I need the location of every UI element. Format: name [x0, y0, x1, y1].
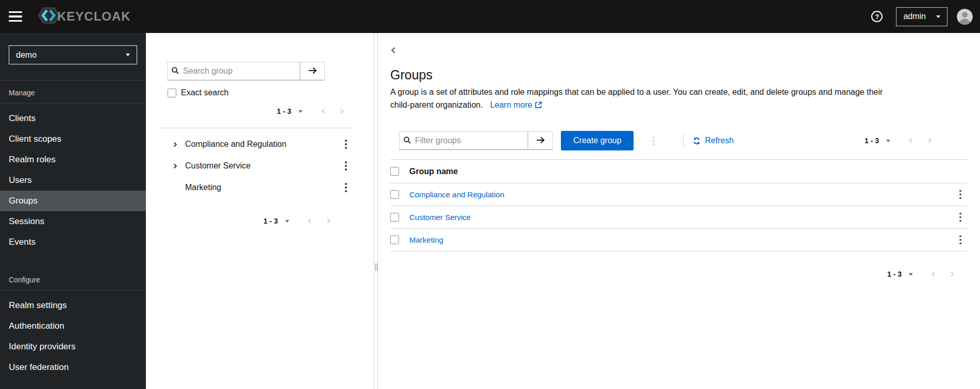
groups-main-panel: Groups A group is a set of attributes an… [378, 33, 980, 389]
expand-toggle-button[interactable] [169, 160, 181, 172]
filter-groups-group [399, 131, 553, 150]
search-icon [172, 67, 179, 76]
masthead: KEYCLOAK ? admin [0, 0, 980, 33]
kebab-menu-icon[interactable] [339, 137, 353, 151]
table-pagination-bottom: 1 - 3 [390, 270, 961, 278]
tree-item-label[interactable]: Marketing [185, 183, 221, 192]
keycloak-logo[interactable]: KEYCLOAK [37, 4, 131, 29]
row-checkbox[interactable] [390, 235, 399, 244]
filter-groups-submit-button[interactable] [528, 131, 553, 150]
group-tree-list: Compliance and Regulation Customer Servi… [158, 128, 353, 198]
sidebar-item-identity-providers[interactable]: Identity providers [0, 336, 146, 357]
expand-toggle-button[interactable] [169, 138, 181, 150]
sidebar-nav: demo Manage Clients Client scopes Realm … [0, 33, 146, 389]
tree-item-label[interactable]: Customer Service [185, 161, 251, 171]
arrow-right-icon [536, 137, 545, 145]
tree-row: Customer Service [158, 155, 353, 177]
table-row: Customer Service [390, 206, 968, 229]
page-description: A group is a set of attributes and role … [390, 86, 968, 111]
realm-selector[interactable]: demo [9, 45, 137, 64]
table-header-row: Group name [390, 160, 968, 183]
hamburger-icon[interactable] [9, 11, 22, 22]
caret-down-icon [909, 273, 913, 276]
group-link[interactable]: Compliance and Regulation [409, 190, 504, 199]
prev-page-button[interactable] [314, 108, 333, 114]
exact-search-label: Exact search [181, 88, 228, 97]
select-all-checkbox[interactable] [390, 167, 399, 176]
prev-page-button[interactable] [301, 218, 319, 224]
row-kebab-icon[interactable] [953, 210, 968, 225]
refresh-button[interactable]: Refresh [693, 136, 734, 145]
kebab-menu-icon[interactable] [339, 180, 353, 195]
pagination-range-dropdown[interactable]: 1 - 3 [887, 270, 913, 278]
realm-selector-block: demo [0, 33, 146, 64]
angle-right-icon [949, 271, 955, 277]
groups-table: Group name Compliance and Regulation Cus… [390, 159, 968, 251]
search-group-input[interactable] [167, 62, 300, 80]
create-group-button[interactable]: Create group [561, 131, 634, 150]
caret-down-icon [886, 140, 890, 142]
group-link[interactable]: Marketing [409, 235, 443, 244]
collapse-panel-button[interactable] [390, 47, 397, 55]
next-page-button[interactable] [333, 108, 351, 114]
angle-right-icon [325, 218, 331, 224]
search-group-submit-button[interactable] [300, 62, 325, 80]
table-row: Marketing [390, 229, 968, 251]
sidebar-item-clients[interactable]: Clients [0, 108, 146, 129]
sidebar-item-user-federation[interactable]: User federation [0, 357, 146, 378]
realm-selector-value: demo [16, 50, 37, 60]
pagination-range-label: 1 - 3 [277, 107, 291, 115]
group-search-group [167, 62, 325, 80]
next-page-button[interactable] [319, 218, 338, 224]
exact-search-checkbox[interactable] [168, 89, 176, 97]
user-menu-dropdown[interactable]: admin [896, 7, 948, 26]
sidebar-item-events[interactable]: Events [0, 232, 146, 252]
groups-toolbar: Create group Refresh 1 - 3 [390, 131, 968, 150]
angle-left-icon [307, 218, 313, 224]
sidebar-item-authentication[interactable]: Authentication [0, 316, 146, 336]
next-page-button[interactable] [920, 138, 939, 144]
pagination-range-dropdown[interactable]: 1 - 3 [263, 217, 289, 225]
angle-left-icon [320, 108, 326, 114]
panel-splitter[interactable] [374, 33, 378, 389]
kebab-menu-icon[interactable] [339, 159, 353, 173]
angle-right-icon [926, 138, 933, 144]
table-pagination-top: 1 - 3 [865, 137, 939, 145]
sidebar-item-users[interactable]: Users [0, 170, 146, 191]
angle-left-icon [908, 138, 914, 144]
group-link[interactable]: Customer Service [409, 213, 471, 222]
sidebar-item-client-scopes[interactable]: Client scopes [0, 129, 146, 149]
exact-search-row: Exact search [168, 88, 353, 97]
sidebar-item-sessions[interactable]: Sessions [0, 211, 146, 232]
learn-more-label: Learn more [490, 100, 533, 109]
pagination-range-dropdown[interactable]: 1 - 3 [865, 137, 890, 145]
row-checkbox[interactable] [390, 190, 399, 199]
angle-right-icon [172, 163, 178, 169]
sidebar-item-groups[interactable]: Groups [0, 191, 146, 211]
masthead-actions: ? admin [871, 7, 973, 26]
arrow-right-icon [308, 67, 317, 76]
learn-more-link[interactable]: Learn more [490, 100, 542, 109]
row-kebab-icon[interactable] [953, 233, 968, 247]
caret-down-icon [936, 15, 940, 18]
splitter-grip-icon [375, 263, 378, 271]
toolbar-kebab-icon[interactable] [646, 133, 660, 148]
nav-gap [0, 252, 146, 268]
toolbar-separator [683, 134, 684, 147]
pagination-range-dropdown[interactable]: 1 - 3 [277, 107, 303, 115]
filter-groups-input[interactable] [399, 131, 528, 150]
sidebar-item-realm-settings[interactable]: Realm settings [0, 295, 146, 316]
row-checkbox[interactable] [390, 213, 399, 222]
nav-list-configure: Realm settings Authentication Identity p… [0, 291, 146, 378]
prev-page-button[interactable] [924, 271, 943, 277]
help-icon[interactable]: ? [871, 11, 883, 22]
pagination-range-label: 1 - 3 [865, 137, 879, 145]
row-kebab-icon[interactable] [953, 188, 968, 202]
nav-section-title-configure: Configure [0, 268, 146, 290]
tree-item-label[interactable]: Compliance and Regulation [185, 140, 287, 149]
avatar[interactable] [957, 9, 973, 25]
next-page-button[interactable] [943, 271, 961, 277]
prev-page-button[interactable] [902, 138, 920, 144]
page-description-line2: child-parent organization.Learn more [390, 98, 968, 111]
sidebar-item-realm-roles[interactable]: Realm roles [0, 149, 146, 170]
